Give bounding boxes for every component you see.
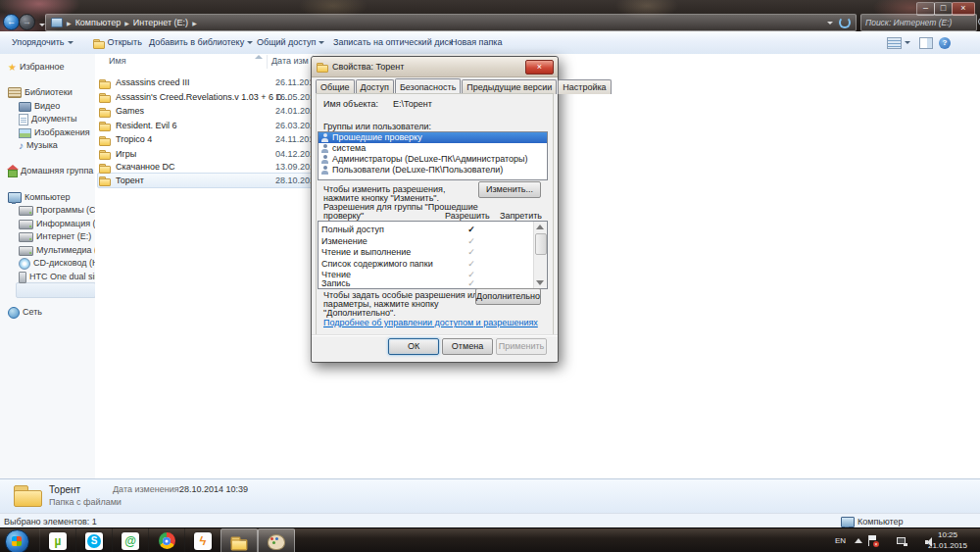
permissions-scrollbar[interactable]	[533, 222, 547, 288]
sidebar-item-computer[interactable]: Компьютер	[8, 191, 71, 204]
scroll-up-icon[interactable]	[536, 225, 544, 229]
allow-checkmark: ✓	[466, 225, 477, 235]
views-button[interactable]	[887, 36, 910, 49]
taskbar-download-master[interactable]: ϟ	[184, 528, 221, 552]
music-icon: ♪	[19, 141, 24, 151]
column-header-name[interactable]: Имя	[109, 56, 126, 66]
file-row-selected[interactable]: Торент28.10.201	[99, 174, 144, 187]
taskbar-utorrent[interactable]: µ	[39, 528, 76, 552]
command-toolbar: Упорядочить Открыть Добавить в библиотек…	[0, 31, 980, 55]
sidebar-item-cd-drive[interactable]: CD-дисковод (H:)	[19, 257, 104, 270]
sidebar-selection-highlight	[16, 282, 96, 298]
permission-row[interactable]: Изменение✓	[321, 236, 531, 247]
tab-previous-versions[interactable]: Предыдущие версии	[462, 79, 557, 94]
advanced-button[interactable]: Дополнительно	[475, 288, 541, 305]
sidebar-item-libraries[interactable]: Библиотеки	[8, 86, 73, 99]
change-button[interactable]: Изменить...	[478, 181, 541, 198]
breadcrumb-separator: ▶	[124, 20, 129, 26]
dialog-close-button[interactable]: ×	[525, 60, 554, 75]
tab-sharing[interactable]: Доступ	[356, 79, 394, 94]
sidebar-item-phone[interactable]: HTC One dual sim	[19, 271, 102, 283]
sidebar-item-music[interactable]: ♪Музыка	[19, 139, 58, 152]
sidebar-item-homegroup[interactable]: Домашняя группа	[8, 165, 93, 177]
address-bar[interactable]: ▶ Компьютер ▶ Интернет (E:) ▶	[45, 14, 857, 31]
action-center-flag-icon[interactable]: ×	[868, 535, 877, 546]
tab-customize[interactable]: Настройка	[558, 79, 611, 94]
apply-button[interactable]: Применить	[496, 338, 547, 355]
details-pane: Торент Папка с файлами Дата изменения: 2…	[0, 478, 980, 514]
location-icon	[51, 18, 63, 27]
sidebar-item-drive-c[interactable]: Программы (C:)	[19, 204, 101, 217]
preview-pane-button[interactable]	[919, 36, 933, 49]
refresh-icon[interactable]	[839, 17, 851, 28]
share-menu[interactable]: Общий доступ	[257, 36, 324, 49]
group-item-selected[interactable]: Прошедшие проверку	[318, 132, 547, 143]
clock[interactable]: 10:25 21.01.2015	[919, 529, 976, 551]
tab-general[interactable]: Общие	[316, 79, 355, 94]
address-dropdown-icon[interactable]	[827, 22, 833, 25]
scrollbar-thumb[interactable]	[535, 233, 547, 255]
allow-column-header: Разрешить	[445, 211, 490, 221]
file-row[interactable]: Скачанное DC13.09.201	[99, 160, 175, 174]
add-to-library-menu[interactable]: Добавить в библиотеку	[149, 36, 253, 49]
breadcrumb-drive[interactable]: Интернет (E:)	[133, 18, 188, 27]
hidden-icons-arrow[interactable]	[855, 538, 862, 543]
taskbar-paint[interactable]	[258, 528, 295, 552]
computer-icon	[8, 192, 22, 203]
sidebar-item-favorites[interactable]: ★Избранное	[8, 61, 65, 74]
selection-count: Выбрано элементов: 1	[4, 517, 97, 527]
folder-icon	[93, 38, 105, 48]
forward-button[interactable]: →	[19, 14, 35, 30]
network-tray-icon[interactable]	[897, 537, 907, 546]
file-row[interactable]: Resident. Evil 626.03.201	[99, 119, 177, 132]
group-item[interactable]: система	[318, 143, 547, 154]
status-bar: Выбрано элементов: 1 Компьютер	[0, 513, 980, 528]
search-input[interactable]	[861, 18, 978, 27]
column-divider[interactable]	[267, 55, 268, 69]
permission-row[interactable]: Список содержимого папки✓	[321, 259, 531, 270]
learn-more-link[interactable]: Подробнее об управлении доступом и разре…	[323, 318, 538, 327]
scroll-down-icon[interactable]	[536, 280, 544, 285]
taskbar-chrome[interactable]	[148, 528, 185, 552]
start-button[interactable]	[5, 529, 29, 552]
file-row[interactable]: Games24.01.201	[99, 104, 144, 118]
cancel-button[interactable]: Отмена	[442, 338, 493, 355]
breadcrumb-computer[interactable]: Компьютер	[75, 18, 122, 27]
organize-menu[interactable]: Упорядочить	[12, 36, 74, 49]
permissions-listbox[interactable]: Полный доступ✓ Изменение✓ Чтение и выпол…	[318, 221, 548, 289]
column-header-date[interactable]: Дата изм	[271, 56, 309, 66]
taskbar-skype[interactable]: S	[75, 528, 113, 552]
file-row[interactable]: Tropico 424.11.201	[99, 132, 152, 146]
history-dropdown-icon[interactable]	[36, 20, 45, 29]
taskbar-explorer[interactable]	[220, 528, 258, 552]
sidebar-item-pictures[interactable]: Изображения	[19, 126, 90, 139]
file-row[interactable]: Assassin's Creed.Revelations.v 1.03 + 6 …	[99, 90, 290, 104]
groups-label: Группы или пользователи:	[323, 122, 431, 131]
video-icon	[19, 102, 31, 112]
sidebar-item-drive-e[interactable]: Интернет (E:)	[19, 230, 91, 243]
action-center-alert-badge: ×	[873, 541, 879, 547]
group-item[interactable]: Пользователи (DeLuxe-ПК\Пользователи)	[318, 165, 547, 176]
new-folder-button[interactable]: Новая папка	[451, 36, 502, 49]
sidebar-item-video[interactable]: Видео	[19, 100, 60, 113]
group-item[interactable]: Администраторы (DeLuxe-ПК\Администраторы…	[318, 154, 547, 165]
open-button[interactable]: Открыть	[93, 36, 142, 49]
details-modified-value: 28.10.2014 10:39	[179, 484, 248, 494]
ok-button[interactable]: ОК	[388, 338, 439, 355]
sidebar-item-documents[interactable]: Документы	[19, 113, 76, 125]
file-row[interactable]: Игры04.12.201	[99, 147, 136, 161]
back-button[interactable]: ←	[3, 14, 20, 30]
chevron-down-icon	[318, 41, 324, 44]
burn-button[interactable]: Записать на оптический диск	[333, 36, 453, 49]
permission-row[interactable]: Чтение и выполнение✓	[321, 247, 531, 258]
taskbar-mailru-agent[interactable]: @	[112, 528, 149, 552]
dialog-titlebar[interactable]: Свойства: Торент ×	[312, 57, 558, 77]
deny-column-header: Запретить	[500, 211, 542, 221]
groups-listbox[interactable]: Прошедшие проверку система Администратор…	[318, 131, 548, 180]
permission-row[interactable]: Полный доступ✓	[321, 225, 531, 235]
file-row[interactable]: Assassins creed III26.11.201	[99, 75, 190, 89]
help-button[interactable]: ?	[939, 36, 951, 49]
search-box[interactable]	[860, 14, 977, 31]
sidebar-item-network[interactable]: Сеть	[8, 306, 42, 319]
language-indicator[interactable]: EN	[835, 536, 846, 545]
